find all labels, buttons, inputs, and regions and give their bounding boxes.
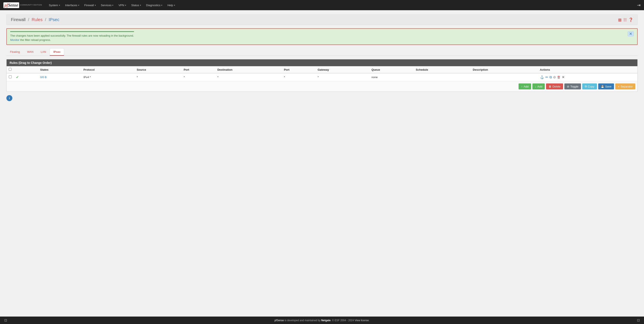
- caret-diagnostics: ▾: [161, 4, 162, 6]
- nav-item-help[interactable]: Help ▾: [165, 0, 178, 10]
- chart-icon[interactable]: ▩: [618, 17, 622, 22]
- tab-link-wan[interactable]: WAN: [24, 48, 37, 55]
- add-bottom-button[interactable]: ↓ Add: [532, 83, 545, 89]
- col-schedule: Schedule: [414, 66, 471, 73]
- caret-status: ▾: [140, 4, 141, 6]
- rules-panel: Rules (Drag to Change Order) States Prot…: [6, 59, 638, 92]
- nav-link-help[interactable]: Help ▾: [165, 0, 178, 10]
- main-content: Firewall / Rules / IPsec ▩ ☷ ❓ The chang…: [0, 10, 644, 109]
- row-enabled-cell: ✔: [14, 73, 38, 81]
- enabled-checkmark-icon: ✔: [16, 75, 19, 79]
- row-checkbox-cell: [6, 73, 14, 81]
- tab-link-ipsec[interactable]: IPsec: [50, 48, 64, 56]
- community-edition-label: COMMUNITY EDITION: [20, 4, 42, 6]
- nav-item-interfaces[interactable]: Interfaces ▾: [62, 0, 82, 10]
- delete-btn-icon: 🗑: [548, 85, 551, 88]
- nav-link-vpn[interactable]: VPN ▾: [116, 0, 129, 10]
- row-description-cell: [471, 73, 538, 81]
- action-icons: ⚓ ✏ ⧉ ⊘ 🗑 ✕: [540, 75, 635, 79]
- row-states-cell: 0/0 B: [38, 73, 81, 81]
- col-description: Description: [471, 66, 538, 73]
- row-protocol-cell: IPv4 *: [81, 73, 134, 81]
- tab-wan[interactable]: WAN: [24, 48, 37, 56]
- nav-item-system[interactable]: System ▾: [46, 0, 62, 10]
- nav-link-interfaces[interactable]: Interfaces ▾: [62, 0, 82, 10]
- nav-item-vpn[interactable]: VPN ▾: [116, 0, 129, 10]
- toggle-btn-icon: ⊘: [567, 85, 569, 88]
- anchor-icon[interactable]: ⚓: [540, 75, 544, 79]
- navbar: pfSense COMMUNITY EDITION System ▾ Inter…: [0, 0, 644, 10]
- col-actions: Actions: [538, 66, 638, 73]
- delete-row-icon[interactable]: 🗑: [557, 75, 560, 79]
- brand: pfSense COMMUNITY EDITION: [4, 2, 42, 8]
- breadcrumb: Firewall / Rules / IPsec: [11, 17, 59, 22]
- nav-menu: System ▾ Interfaces ▾ Firewall ▾ Service…: [46, 0, 178, 10]
- col-checkbox: [6, 66, 14, 73]
- caret-firewall: ▾: [95, 4, 96, 6]
- copy-button[interactable]: ⧉ Copy: [582, 83, 597, 89]
- nav-item-diagnostics[interactable]: Diagnostics ▾: [144, 0, 165, 10]
- row-checkbox[interactable]: [9, 75, 12, 78]
- logout-icon[interactable]: ⇥: [637, 2, 640, 8]
- nav-link-services[interactable]: Services ▾: [98, 0, 116, 10]
- save-button[interactable]: 💾 Save: [598, 83, 614, 89]
- disable-icon[interactable]: ⊘: [553, 75, 556, 79]
- add-bottom-arrow-icon: ↓: [535, 85, 536, 88]
- nav-link-system[interactable]: System ▾: [46, 0, 62, 10]
- tab-link-floating[interactable]: Floating: [6, 48, 24, 55]
- row-queue-cell: none: [369, 73, 414, 81]
- row-source-cell: *: [134, 73, 182, 81]
- caret-vpn: ▾: [125, 4, 126, 6]
- row-dest-port-cell: *: [282, 73, 316, 81]
- help-icon[interactable]: ❓: [628, 17, 633, 22]
- tab-ipsec[interactable]: IPsec: [50, 48, 64, 56]
- col-protocol: Protocol: [81, 66, 134, 73]
- breadcrumb-sep2: /: [45, 17, 46, 22]
- logo-pf: pf: [4, 3, 8, 8]
- nav-link-firewall[interactable]: Firewall ▾: [82, 0, 98, 10]
- rules-panel-header: Rules (Drag to Change Order): [6, 59, 638, 66]
- info-icon[interactable]: i: [6, 95, 12, 101]
- row-gateway-cell: *: [316, 73, 369, 81]
- col-port-dst: Port: [282, 66, 316, 73]
- copy-btn-icon: ⧉: [585, 85, 587, 88]
- tab-lan[interactable]: LAN: [37, 48, 50, 56]
- nav-link-status[interactable]: Status ▾: [129, 0, 144, 10]
- row-actions-cell: ⚓ ✏ ⧉ ⊘ 🗑 ✕: [538, 73, 638, 81]
- tab-link-lan[interactable]: LAN: [37, 48, 50, 55]
- monitor-link[interactable]: Monitor: [10, 38, 20, 41]
- page-header: Firewall / Rules / IPsec ▩ ☷ ❓: [6, 14, 638, 25]
- col-gateway: Gateway: [316, 66, 369, 73]
- nav-item-firewall[interactable]: Firewall ▾: [82, 0, 98, 10]
- select-all-checkbox[interactable]: [9, 68, 12, 71]
- alert-close-button[interactable]: ✕: [628, 31, 634, 36]
- logo-box: pfSense: [4, 2, 19, 8]
- nav-item-status[interactable]: Status ▾: [129, 0, 144, 10]
- nav-link-diagnostics[interactable]: Diagnostics ▾: [144, 0, 165, 10]
- breadcrumb-sep1: /: [28, 17, 29, 22]
- alert-message: The changes have been applied successful…: [10, 34, 134, 42]
- page-header-icons: ▩ ☷ ❓: [618, 17, 633, 22]
- delete-button[interactable]: 🗑 Delete: [546, 83, 563, 89]
- success-alert: The changes have been applied successful…: [6, 28, 638, 45]
- row-source-port-cell: *: [182, 73, 215, 81]
- table-body: ✔ 0/0 B IPv4 * * * * * * none: [6, 73, 638, 81]
- separator-button[interactable]: + Separator: [615, 83, 635, 89]
- edit-icon[interactable]: ✏: [546, 75, 548, 79]
- breadcrumb-rules-link[interactable]: Rules: [32, 17, 42, 22]
- nav-item-services[interactable]: Services ▾: [98, 0, 116, 10]
- add-top-button[interactable]: ↑ Add: [518, 83, 531, 89]
- separator-btn-icon: +: [618, 85, 620, 88]
- rules-table: States Protocol Source Port Destination …: [6, 66, 638, 81]
- col-states: States: [38, 66, 81, 73]
- row-schedule-cell: [414, 73, 471, 81]
- toggle-button[interactable]: ⊘ Toggle: [564, 83, 581, 89]
- x-icon[interactable]: ✕: [562, 75, 564, 79]
- tab-floating[interactable]: Floating: [6, 48, 24, 56]
- caret-interfaces: ▾: [78, 4, 79, 6]
- copy-icon[interactable]: ⧉: [550, 75, 552, 79]
- col-destination: Destination: [215, 66, 282, 73]
- caret-help: ▾: [174, 4, 175, 6]
- list-icon[interactable]: ☷: [623, 17, 627, 22]
- states-link[interactable]: 0/0 B: [40, 76, 47, 79]
